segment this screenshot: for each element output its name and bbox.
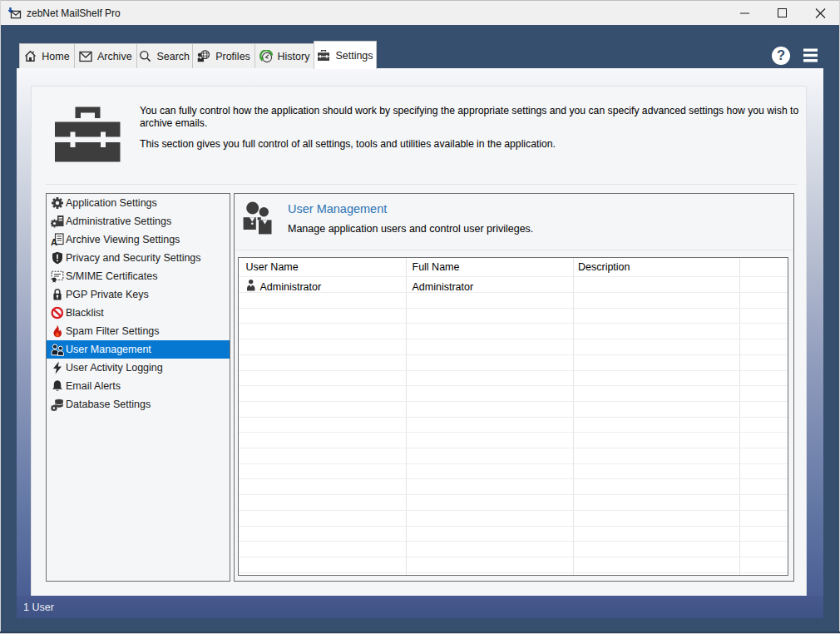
- svg-text:?: ?: [777, 47, 785, 62]
- svg-text:A: A: [51, 236, 57, 246]
